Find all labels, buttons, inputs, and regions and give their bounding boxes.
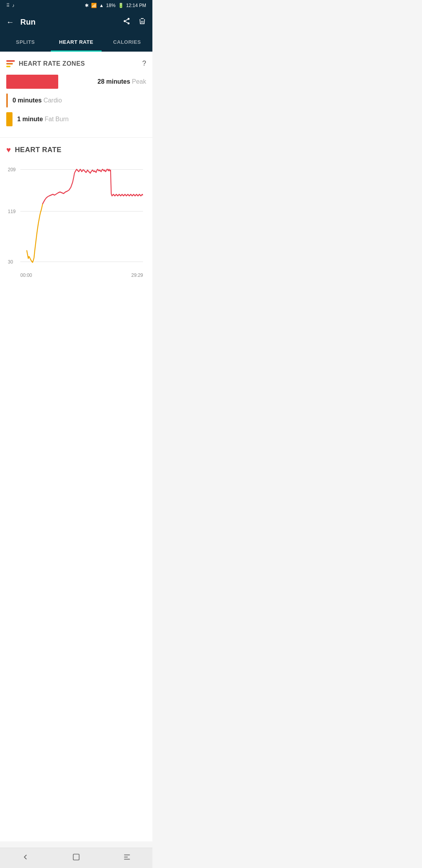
- bottom-nav: [0, 848, 152, 868]
- zone-peak-bar: [6, 75, 58, 89]
- x-label-end: 29:29: [131, 273, 143, 278]
- page-title: Run: [20, 18, 36, 27]
- zone-peak-bar-wrap: [6, 75, 93, 89]
- header-right: [123, 17, 146, 27]
- section-header: HEART RATE ZONES ?: [6, 59, 146, 68]
- section-title-row: HEART RATE ZONES: [6, 60, 85, 67]
- wifi-icon: 📶: [91, 3, 97, 8]
- heart-rate-chart-section: ♥ HEART RATE 209 119 30: [0, 138, 152, 290]
- svg-rect-5: [73, 854, 79, 860]
- zone-fatburn-indicator: [6, 112, 13, 126]
- tab-bar: SPLITS HEART RATE CALORIES: [0, 33, 152, 52]
- nav-menu-button[interactable]: [123, 853, 131, 863]
- grid-icon: ⠿: [6, 3, 10, 8]
- battery-icon: 🔋: [118, 3, 124, 8]
- zones-title: HEART RATE ZONES: [19, 60, 85, 67]
- zone-fatburn-label: 1 minute Fat Burn: [17, 116, 69, 123]
- y-label-30: 30: [8, 259, 13, 265]
- zone-cardio-indicator: [6, 93, 8, 108]
- share-button[interactable]: [123, 17, 131, 27]
- svg-line-4: [125, 19, 128, 20]
- y-label-119: 119: [8, 209, 16, 214]
- svg-point-1: [124, 20, 126, 22]
- status-left-icons: ⠿ ♪: [6, 3, 14, 8]
- x-label-start: 00:00: [20, 273, 32, 278]
- main-content: HEART RATE ZONES ? 28 minutes Peak 0 min…: [0, 52, 152, 841]
- zone-icon-line-2: [6, 63, 13, 65]
- svg-point-0: [128, 18, 130, 20]
- header: ← Run: [0, 11, 152, 33]
- chart-x-labels: 00:00 29:29: [20, 270, 143, 278]
- help-button[interactable]: ?: [142, 59, 146, 68]
- heart-rate-zones-section: HEART RATE ZONES ? 28 minutes Peak 0 min…: [0, 52, 152, 138]
- heart-rate-svg: [20, 161, 143, 270]
- zone-fatburn: 1 minute Fat Burn: [6, 112, 146, 126]
- zone-icon-line-3: [6, 66, 11, 67]
- zone-icon-line-1: [6, 60, 15, 62]
- header-left: ← Run: [6, 18, 36, 27]
- y-label-209: 209: [8, 167, 16, 172]
- nav-home-button[interactable]: [72, 853, 80, 863]
- chart-area: 209 119 30: [6, 161, 146, 286]
- zone-peak: 28 minutes Peak: [6, 75, 146, 89]
- back-button[interactable]: ←: [6, 18, 14, 27]
- svg-point-2: [128, 22, 130, 24]
- bluetooth-icon: ✱: [85, 3, 89, 8]
- chart-inner: 209 119 30: [20, 161, 143, 270]
- battery-percent: 18%: [106, 3, 116, 8]
- heart-icon: ♥: [6, 145, 11, 154]
- status-bar: ⠿ ♪ ✱ 📶 ▲ 18% 🔋 12:14 PM: [0, 0, 152, 11]
- hr-chart-title: HEART RATE: [15, 146, 62, 154]
- tab-splits[interactable]: SPLITS: [0, 33, 51, 52]
- status-right-icons: ✱ 📶 ▲ 18% 🔋 12:14 PM: [85, 3, 146, 8]
- zone-cardio-label: 0 minutes Cardio: [13, 97, 62, 104]
- svg-line-3: [125, 22, 128, 23]
- signal-icon: ▲: [99, 3, 104, 8]
- tab-heart-rate[interactable]: HEART RATE: [51, 33, 102, 52]
- zone-cardio: 0 minutes Cardio: [6, 93, 146, 108]
- zone-peak-label: 28 minutes Peak: [97, 78, 146, 85]
- music-icon: ♪: [12, 3, 14, 8]
- time-display: 12:14 PM: [126, 3, 146, 8]
- nav-back-button[interactable]: [21, 853, 30, 863]
- zones-icon: [6, 60, 15, 67]
- tab-calories[interactable]: CALORIES: [102, 33, 152, 52]
- hr-section-header: ♥ HEART RATE: [6, 145, 146, 154]
- delete-button[interactable]: [138, 17, 146, 27]
